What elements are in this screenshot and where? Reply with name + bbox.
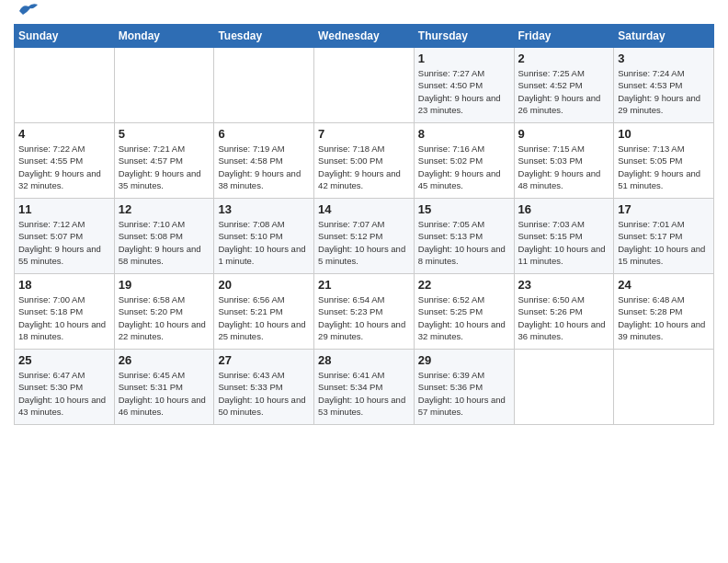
sunrise-text: Sunrise: 7:01 AM (618, 218, 710, 230)
daylight-text: Daylight: 10 hours and 57 minutes. (418, 394, 510, 419)
logo (14, 9, 38, 18)
daylight-text: Daylight: 10 hours and 1 minute. (218, 243, 310, 268)
daylight-text: Daylight: 10 hours and 29 minutes. (318, 318, 410, 343)
sunset-text: Sunset: 4:52 PM (518, 79, 610, 91)
day-number: 16 (518, 202, 610, 216)
sunset-text: Sunset: 5:23 PM (318, 305, 410, 317)
day-info: Sunrise: 7:15 AMSunset: 5:03 PMDaylight:… (518, 143, 610, 191)
sunrise-text: Sunrise: 7:05 AM (418, 218, 510, 230)
sunset-text: Sunset: 5:25 PM (418, 305, 510, 317)
logo-bird-icon (17, 2, 38, 18)
daylight-text: Daylight: 10 hours and 11 minutes. (518, 243, 610, 268)
day-number: 20 (218, 278, 310, 292)
day-cell: 23Sunrise: 6:50 AMSunset: 5:26 PMDayligh… (514, 274, 614, 350)
sunset-text: Sunset: 5:13 PM (418, 230, 510, 242)
sunset-text: Sunset: 4:50 PM (418, 79, 510, 91)
day-cell: 11Sunrise: 7:12 AMSunset: 5:07 PMDayligh… (15, 199, 115, 274)
sunrise-text: Sunrise: 6:48 AM (618, 293, 710, 305)
day-cell: 24Sunrise: 6:48 AMSunset: 5:28 PMDayligh… (614, 274, 714, 350)
sunrise-text: Sunrise: 7:27 AM (418, 67, 510, 79)
day-info: Sunrise: 6:45 AMSunset: 5:31 PMDaylight:… (119, 369, 210, 418)
day-info: Sunrise: 7:07 AMSunset: 5:12 PMDaylight:… (318, 218, 410, 267)
day-number: 21 (318, 278, 410, 292)
day-cell: 29Sunrise: 6:39 AMSunset: 5:36 PMDayligh… (414, 350, 514, 425)
day-number: 2 (518, 52, 610, 65)
daylight-text: Daylight: 10 hours and 25 minutes. (218, 318, 310, 343)
day-number: 19 (119, 278, 210, 292)
day-cell: 12Sunrise: 7:10 AMSunset: 5:08 PMDayligh… (114, 199, 214, 274)
week-row-3: 11Sunrise: 7:12 AMSunset: 5:07 PMDayligh… (15, 199, 714, 274)
sunrise-text: Sunrise: 6:41 AM (318, 369, 410, 381)
daylight-text: Daylight: 9 hours and 32 minutes. (18, 167, 110, 192)
day-info: Sunrise: 6:54 AMSunset: 5:23 PMDaylight:… (318, 293, 410, 342)
sunset-text: Sunset: 5:33 PM (218, 381, 310, 393)
sunrise-text: Sunrise: 6:45 AM (119, 369, 210, 381)
day-cell: 15Sunrise: 7:05 AMSunset: 5:13 PMDayligh… (414, 199, 514, 274)
day-cell: 8Sunrise: 7:16 AMSunset: 5:02 PMDaylight… (414, 123, 514, 199)
day-number: 1 (418, 52, 510, 65)
day-number: 7 (318, 127, 410, 141)
daylight-text: Daylight: 10 hours and 8 minutes. (418, 243, 510, 268)
daylight-text: Daylight: 9 hours and 42 minutes. (318, 167, 410, 192)
sunset-text: Sunset: 5:36 PM (418, 381, 510, 393)
day-cell: 19Sunrise: 6:58 AMSunset: 5:20 PMDayligh… (114, 274, 214, 350)
day-info: Sunrise: 7:18 AMSunset: 5:00 PMDaylight:… (318, 143, 410, 191)
day-info: Sunrise: 7:19 AMSunset: 4:58 PMDaylight:… (218, 143, 310, 191)
daylight-text: Daylight: 10 hours and 39 minutes. (618, 318, 710, 343)
day-info: Sunrise: 6:39 AMSunset: 5:36 PMDaylight:… (418, 369, 510, 418)
daylight-text: Daylight: 10 hours and 32 minutes. (418, 318, 510, 343)
sunset-text: Sunset: 5:07 PM (18, 230, 110, 242)
header (14, 9, 714, 18)
sunrise-text: Sunrise: 7:08 AM (218, 218, 310, 230)
daylight-text: Daylight: 10 hours and 22 minutes. (119, 318, 210, 343)
sunset-text: Sunset: 5:26 PM (518, 305, 610, 317)
header-cell-saturday: Saturday (614, 25, 714, 48)
sunset-text: Sunset: 4:53 PM (618, 79, 710, 91)
daylight-text: Daylight: 9 hours and 55 minutes. (18, 243, 110, 268)
day-info: Sunrise: 7:05 AMSunset: 5:13 PMDaylight:… (418, 218, 510, 267)
daylight-text: Daylight: 9 hours and 48 minutes. (518, 167, 610, 192)
sunrise-text: Sunrise: 7:24 AM (618, 67, 710, 79)
calendar-table: SundayMondayTuesdayWednesdayThursdayFrid… (14, 24, 714, 425)
header-cell-friday: Friday (514, 25, 614, 48)
sunrise-text: Sunrise: 7:19 AM (218, 143, 310, 155)
day-cell: 3Sunrise: 7:24 AMSunset: 4:53 PMDaylight… (614, 48, 714, 123)
sunrise-text: Sunrise: 7:25 AM (518, 67, 610, 79)
sunset-text: Sunset: 4:58 PM (218, 155, 310, 167)
day-info: Sunrise: 6:58 AMSunset: 5:20 PMDaylight:… (119, 293, 210, 342)
day-cell: 21Sunrise: 6:54 AMSunset: 5:23 PMDayligh… (314, 274, 415, 350)
day-number: 4 (18, 127, 110, 141)
sunset-text: Sunset: 5:31 PM (119, 381, 210, 393)
page: SundayMondayTuesdayWednesdayThursdayFrid… (0, 0, 728, 434)
sunrise-text: Sunrise: 6:58 AM (119, 293, 210, 305)
day-cell (114, 48, 214, 123)
daylight-text: Daylight: 9 hours and 45 minutes. (418, 167, 510, 192)
day-info: Sunrise: 7:24 AMSunset: 4:53 PMDaylight:… (618, 67, 710, 116)
daylight-text: Daylight: 9 hours and 58 minutes. (119, 243, 210, 268)
day-cell: 17Sunrise: 7:01 AMSunset: 5:17 PMDayligh… (614, 199, 714, 274)
sunrise-text: Sunrise: 6:39 AM (418, 369, 510, 381)
daylight-text: Daylight: 9 hours and 51 minutes. (618, 167, 710, 192)
sunrise-text: Sunrise: 7:16 AM (418, 143, 510, 155)
day-number: 15 (418, 202, 510, 216)
sunset-text: Sunset: 5:18 PM (18, 305, 110, 317)
sunset-text: Sunset: 5:30 PM (18, 381, 110, 393)
header-cell-thursday: Thursday (414, 25, 514, 48)
day-number: 8 (418, 127, 510, 141)
sunset-text: Sunset: 5:20 PM (119, 305, 210, 317)
day-number: 10 (618, 127, 710, 141)
day-info: Sunrise: 6:48 AMSunset: 5:28 PMDaylight:… (618, 293, 710, 342)
week-row-5: 25Sunrise: 6:47 AMSunset: 5:30 PMDayligh… (15, 350, 714, 425)
daylight-text: Daylight: 10 hours and 15 minutes. (618, 243, 710, 268)
day-cell: 7Sunrise: 7:18 AMSunset: 5:00 PMDaylight… (314, 123, 415, 199)
day-cell: 5Sunrise: 7:21 AMSunset: 4:57 PMDaylight… (114, 123, 214, 199)
day-number: 26 (119, 353, 210, 367)
day-cell: 10Sunrise: 7:13 AMSunset: 5:05 PMDayligh… (614, 123, 714, 199)
day-number: 25 (18, 353, 110, 367)
day-info: Sunrise: 6:52 AMSunset: 5:25 PMDaylight:… (418, 293, 510, 342)
header-row: SundayMondayTuesdayWednesdayThursdayFrid… (15, 25, 714, 48)
day-cell: 27Sunrise: 6:43 AMSunset: 5:33 PMDayligh… (214, 350, 314, 425)
week-row-2: 4Sunrise: 7:22 AMSunset: 4:55 PMDaylight… (15, 123, 714, 199)
day-number: 27 (218, 353, 310, 367)
day-cell: 6Sunrise: 7:19 AMSunset: 4:58 PMDaylight… (214, 123, 314, 199)
